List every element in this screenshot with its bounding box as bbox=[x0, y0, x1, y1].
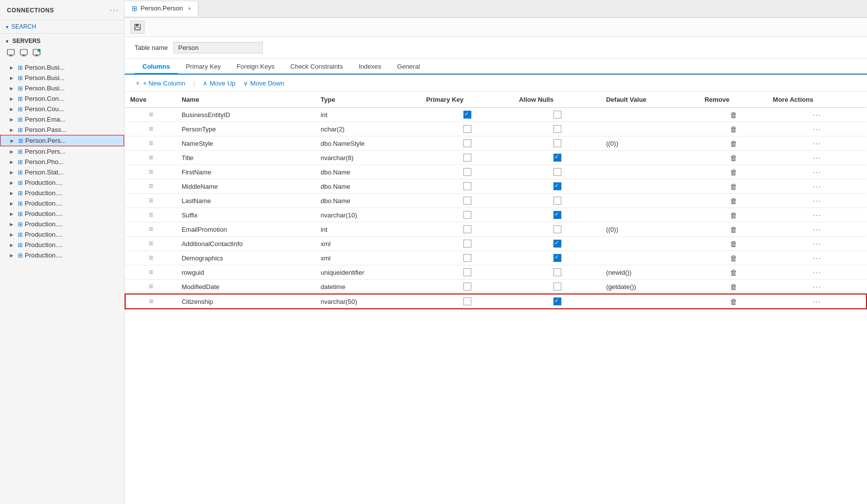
sidebar-item-15[interactable]: ⊞ Production.... bbox=[0, 209, 124, 219]
more-actions-cell[interactable]: ··· bbox=[768, 108, 867, 122]
remove-cell[interactable]: 🗑 bbox=[699, 208, 768, 222]
primary-key-checkbox-cell[interactable] bbox=[421, 208, 514, 222]
primary-key-checkbox[interactable] bbox=[463, 154, 471, 162]
column-type[interactable]: dbo.Name bbox=[316, 194, 421, 208]
allow-nulls-checkbox-cell[interactable] bbox=[514, 165, 601, 179]
column-type[interactable]: xml bbox=[316, 251, 421, 265]
move-handle[interactable]: ≡ bbox=[125, 151, 177, 165]
primary-key-checkbox-cell[interactable] bbox=[421, 194, 514, 208]
allow-nulls-checkbox-cell[interactable] bbox=[514, 108, 601, 122]
more-actions-cell[interactable]: ··· bbox=[768, 194, 867, 208]
delete-button[interactable]: 🗑 bbox=[728, 211, 739, 219]
primary-key-checkbox-cell[interactable] bbox=[421, 280, 514, 294]
primary-key-checkbox[interactable] bbox=[463, 225, 471, 233]
column-type[interactable]: int bbox=[316, 222, 421, 237]
allow-nulls-checkbox[interactable] bbox=[553, 139, 561, 147]
more-actions-cell[interactable]: ··· bbox=[768, 237, 867, 251]
remove-cell[interactable]: 🗑 bbox=[699, 165, 768, 179]
move-handle[interactable]: ≡ bbox=[125, 251, 177, 265]
column-type[interactable]: nchar(2) bbox=[316, 122, 421, 136]
move-handle[interactable]: ≡ bbox=[125, 208, 177, 222]
allow-nulls-checkbox[interactable] bbox=[553, 283, 561, 291]
schema-tab-columns[interactable]: Columns bbox=[135, 59, 178, 75]
more-actions-button[interactable]: ··· bbox=[813, 297, 821, 305]
more-actions-cell[interactable]: ··· bbox=[768, 265, 867, 280]
allow-nulls-checkbox-cell[interactable] bbox=[514, 294, 601, 309]
more-actions-button[interactable]: ··· bbox=[813, 139, 821, 147]
schema-tab-primary-key[interactable]: Primary Key bbox=[178, 59, 229, 75]
sidebar-item-8[interactable]: ⊞ Person.Pers... bbox=[0, 135, 124, 146]
sidebar-btn-3[interactable] bbox=[31, 47, 43, 58]
more-actions-cell[interactable]: ··· bbox=[768, 151, 867, 165]
more-actions-cell[interactable]: ··· bbox=[768, 280, 867, 294]
move-handle[interactable]: ≡ bbox=[125, 179, 177, 194]
sidebar-item-3[interactable]: ⊞ Person.Busi... bbox=[0, 83, 124, 93]
primary-key-checkbox[interactable] bbox=[463, 254, 471, 262]
sidebar-btn-2[interactable] bbox=[18, 47, 30, 58]
sidebar-servers-header[interactable]: SERVERS bbox=[0, 36, 124, 46]
remove-cell[interactable]: 🗑 bbox=[699, 280, 768, 294]
delete-button[interactable]: 🗑 bbox=[728, 297, 739, 306]
move-handle[interactable]: ≡ bbox=[125, 280, 177, 294]
remove-cell[interactable]: 🗑 bbox=[699, 294, 768, 309]
move-handle[interactable]: ≡ bbox=[125, 165, 177, 179]
sidebar-item-11[interactable]: ⊞ Person.Stat... bbox=[0, 167, 124, 177]
more-actions-button[interactable]: ··· bbox=[813, 283, 821, 291]
primary-key-checkbox-cell[interactable] bbox=[421, 165, 514, 179]
sidebar-menu-button[interactable]: ··· bbox=[110, 6, 119, 15]
delete-button[interactable]: 🗑 bbox=[728, 182, 739, 191]
move-handle[interactable]: ≡ bbox=[125, 294, 177, 309]
more-actions-button[interactable]: ··· bbox=[813, 111, 821, 119]
allow-nulls-checkbox-cell[interactable] bbox=[514, 151, 601, 165]
table-name-input[interactable] bbox=[174, 42, 263, 53]
primary-key-checkbox[interactable] bbox=[463, 125, 471, 133]
column-type[interactable]: int bbox=[316, 108, 421, 122]
more-actions-button[interactable]: ··· bbox=[813, 154, 821, 162]
sidebar-item-9[interactable]: ⊞ Person.Pers... bbox=[0, 146, 124, 157]
remove-cell[interactable]: 🗑 bbox=[699, 194, 768, 208]
delete-button[interactable]: 🗑 bbox=[728, 254, 739, 262]
remove-cell[interactable]: 🗑 bbox=[699, 265, 768, 280]
tab-close-button[interactable]: × bbox=[188, 5, 191, 11]
sidebar-item-4[interactable]: ⊞ Person.Con... bbox=[0, 93, 124, 104]
remove-cell[interactable]: 🗑 bbox=[699, 222, 768, 237]
remove-cell[interactable]: 🗑 bbox=[699, 237, 768, 251]
allow-nulls-checkbox[interactable] bbox=[553, 268, 561, 276]
delete-button[interactable]: 🗑 bbox=[728, 225, 739, 234]
delete-button[interactable]: 🗑 bbox=[728, 168, 739, 176]
move-handle[interactable]: ≡ bbox=[125, 122, 177, 136]
more-actions-button[interactable]: ··· bbox=[813, 168, 821, 176]
schema-tab-indexes[interactable]: Indexes bbox=[351, 59, 389, 75]
allow-nulls-checkbox-cell[interactable] bbox=[514, 194, 601, 208]
column-type[interactable]: xml bbox=[316, 237, 421, 251]
sidebar-item-7[interactable]: ⊞ Person.Pass... bbox=[0, 125, 124, 135]
more-actions-button[interactable]: ··· bbox=[813, 125, 821, 133]
tab-person-person[interactable]: ⊞ Person.Person × bbox=[125, 1, 198, 16]
sidebar-item-1[interactable]: ⊞ Person.Busi... bbox=[0, 62, 124, 73]
more-actions-cell[interactable]: ··· bbox=[768, 165, 867, 179]
allow-nulls-checkbox[interactable] bbox=[553, 168, 561, 176]
remove-cell[interactable]: 🗑 bbox=[699, 151, 768, 165]
sidebar-search-toggle[interactable]: SEARCH bbox=[5, 23, 119, 30]
remove-cell[interactable]: 🗑 bbox=[699, 179, 768, 194]
primary-key-checkbox[interactable] bbox=[463, 182, 471, 190]
primary-key-checkbox-cell[interactable] bbox=[421, 179, 514, 194]
move-handle[interactable]: ≡ bbox=[125, 108, 177, 122]
move-down-button[interactable]: ∨ Move Down bbox=[243, 80, 284, 87]
more-actions-cell[interactable]: ··· bbox=[768, 251, 867, 265]
column-type[interactable]: datetime bbox=[316, 280, 421, 294]
delete-button[interactable]: 🗑 bbox=[728, 268, 739, 277]
delete-button[interactable]: 🗑 bbox=[728, 111, 739, 119]
move-handle[interactable]: ≡ bbox=[125, 222, 177, 237]
remove-cell[interactable]: 🗑 bbox=[699, 136, 768, 151]
more-actions-cell[interactable]: ··· bbox=[768, 294, 867, 309]
sidebar-item-19[interactable]: ⊞ Production.... bbox=[0, 250, 124, 260]
primary-key-checkbox-cell[interactable] bbox=[421, 136, 514, 151]
primary-key-checkbox[interactable] bbox=[463, 168, 471, 176]
primary-key-checkbox-cell[interactable] bbox=[421, 265, 514, 280]
sidebar-item-16[interactable]: ⊞ Production.... bbox=[0, 219, 124, 229]
column-type[interactable]: nvarchar(8) bbox=[316, 151, 421, 165]
allow-nulls-checkbox[interactable] bbox=[553, 297, 561, 305]
more-actions-button[interactable]: ··· bbox=[813, 182, 821, 190]
column-type[interactable]: dbo.NameStyle bbox=[316, 136, 421, 151]
